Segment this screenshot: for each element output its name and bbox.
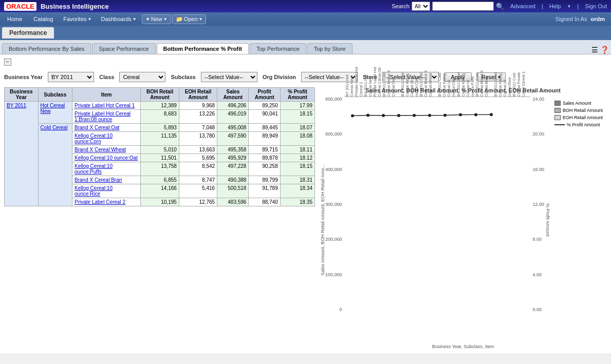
tab-top-by-store[interactable]: Top by Store — [307, 43, 353, 54]
dashboards-chevron: ▼ — [133, 17, 137, 22]
svg-point-8 — [474, 113, 477, 116]
x-label: BY 2011 Cold Cereal Brand X Cereal:Wheat — [419, 66, 437, 97]
dashboards-dropdown[interactable]: Dashboards ▼ — [97, 15, 140, 23]
help-link[interactable]: Help — [549, 3, 561, 9]
item-cell[interactable]: Brand X Cereal:Bran — [72, 176, 141, 184]
subclass-cell[interactable]: Hot Cereal New — [38, 102, 72, 124]
pct-cell: 18.31 — [280, 176, 314, 184]
tab-top-perf[interactable]: Top Performance — [250, 43, 306, 54]
svg-point-0 — [351, 114, 354, 118]
home-link[interactable]: Home — [2, 15, 27, 23]
chart-x-title: Business Year, Subclass, Item — [319, 344, 607, 349]
collapse-button[interactable]: − — [4, 59, 11, 66]
svg-point-3 — [397, 114, 400, 117]
item-cell[interactable]: Brand X Cereal:Oat — [72, 124, 141, 132]
boh-cell: 6,855 — [141, 176, 179, 184]
x-label: BY 2011 Cold Cereal Kellog Cereal:10 oun… — [493, 66, 512, 97]
svg-point-4 — [413, 114, 416, 117]
svg-point-1 — [366, 114, 369, 117]
profit-cell: 89,949 — [249, 132, 280, 146]
col-header-eoh: EOH Retail Amount — [179, 88, 217, 102]
item-cell[interactable]: Private Label Hot Cereal 1 — [72, 102, 141, 110]
table-row: BY 2011Hot Cereal NewPrivate Label Hot C… — [5, 102, 315, 110]
tab-bottom-perf-sales[interactable]: Bottom Performance By Sales — [2, 43, 91, 54]
item-cell[interactable]: Kellog Cereal:10 ounce:Rice — [72, 184, 141, 198]
performance-tab[interactable]: Performance — [2, 27, 54, 39]
profit-cell: 89,799 — [249, 176, 280, 184]
data-table-container: Business Year Subclass Item BOH Retail A… — [4, 87, 315, 349]
y-label-left: Sales Amount, BOH Retail Amount, EOH Ret… — [319, 164, 325, 276]
open-dropdown[interactable]: 📁 Open ▼ — [172, 14, 207, 24]
oracle-logo: ORACLE Business Intelligence — [4, 2, 109, 11]
legend-item-sales: Sales Amount — [554, 101, 603, 106]
business-year-select[interactable]: BY 2011 — [48, 72, 94, 82]
boh-cell: 14,166 — [141, 184, 179, 198]
profit-cell: 89,715 — [249, 146, 280, 154]
y-tick-left: 400,000 — [325, 167, 342, 172]
svg-point-2 — [382, 114, 385, 117]
item-cell[interactable]: Private Label Cereal 2 — [72, 198, 141, 206]
new-dropdown[interactable]: ✦ New ▼ — [142, 14, 171, 24]
y-tick-right: 0.00 — [532, 307, 542, 312]
legend-item-pct: % Profit Amount — [554, 122, 603, 127]
top-right-nav: Search All 🔍 Advanced | Help ▼ | Sign Ou… — [392, 2, 607, 11]
tab-bottom-perf-profit[interactable]: Bottom Performance % Profit — [157, 43, 249, 54]
class-select[interactable]: Cereal — [119, 72, 165, 82]
sales-cell: 483,596 — [217, 198, 249, 206]
subclass-select[interactable]: --Select Value-- — [201, 72, 257, 82]
item-cell[interactable]: Brand X Cereal:Wheat — [72, 146, 141, 154]
tab-space-perf[interactable]: Space Performance — [92, 43, 155, 54]
item-cell[interactable]: Kellog Cereal:10 ounce:Puffs — [72, 162, 141, 176]
search-label: Search — [392, 3, 410, 9]
col-header-profit: Profit Amount — [249, 88, 280, 102]
page-options-icon[interactable]: ☰ — [591, 46, 598, 54]
subclass-cell[interactable]: Cold Cereal — [38, 124, 72, 206]
y-tick-right: 16.00 — [532, 167, 544, 172]
search-input[interactable] — [432, 2, 494, 11]
pct-cell: 18.12 — [280, 154, 314, 162]
boh-cell: 5,893 — [141, 124, 179, 132]
eoh-cell: 9,968 — [179, 102, 217, 110]
tab-row: Bottom Performance By Sales Space Perfor… — [0, 40, 611, 54]
legend-item-boh: BOH Retail Amount — [554, 108, 603, 113]
eoh-cell: 8,747 — [179, 176, 217, 184]
y-tick-left: 0 — [340, 307, 342, 312]
eoh-cell: 13,663 — [179, 146, 217, 154]
x-label: BY 2011 Cold Cereal Kellog Cereal:10 oun… — [456, 66, 475, 97]
help-icon[interactable]: ❓ — [600, 46, 609, 54]
item-cell[interactable]: Kellog Cereal:10 ounce:Oat — [72, 154, 141, 162]
class-label: Class — [99, 74, 114, 80]
eoh-cell: 5,695 — [179, 154, 217, 162]
x-label: BY 2011 Cold Cereal Kellog Cereal:10 oun… — [400, 66, 419, 97]
sales-cell: 490,388 — [217, 176, 249, 184]
profit-cell: 89,878 — [249, 154, 280, 162]
favorites-dropdown[interactable]: Favorites ▼ — [59, 15, 96, 23]
bi-text: Business Intelligence — [41, 3, 109, 10]
x-label: BY 2011 Cold Cereal Kellog Cereal:10 oun… — [437, 66, 456, 97]
sign-out-link[interactable]: Sign Out — [585, 3, 607, 9]
profit-cell: 89,250 — [249, 102, 280, 110]
svg-point-7 — [459, 113, 462, 117]
eoh-cell: 13,780 — [179, 132, 217, 146]
perf-bar: Performance — [0, 26, 611, 40]
top-separator-2: | — [577, 3, 579, 9]
top-separator-1: | — [542, 3, 543, 9]
catalog-link[interactable]: Catalog — [28, 15, 58, 23]
profit-cell: 91,789 — [249, 184, 280, 198]
profit-cell: 90,258 — [249, 162, 280, 176]
search-go-icon[interactable]: 🔍 — [496, 3, 504, 10]
pct-cell: 18.15 — [280, 110, 314, 124]
x-label: BY 2011 Hot Cereal New Private Label Hot… — [345, 66, 363, 97]
sales-cell: 497,590 — [217, 132, 249, 146]
search-scope-select[interactable]: All — [412, 2, 430, 11]
profit-cell: 88,740 — [249, 198, 280, 206]
item-cell[interactable]: Kellog Cereal:10 ounce:Corn — [72, 132, 141, 146]
legend-label-pct: % Profit Amount — [567, 122, 600, 127]
nav-bar: Home Catalog Favorites ▼ Dashboards ▼ ✦ … — [0, 12, 611, 26]
advanced-link[interactable]: Advanced — [510, 3, 535, 9]
year-cell[interactable]: BY 2011 — [5, 102, 39, 206]
help-chevron: ▼ — [567, 4, 571, 9]
boh-cell: 12,389 — [141, 102, 179, 110]
item-cell[interactable]: Private Label Hot Cereal 1:Bran:08 ounce — [72, 110, 141, 124]
col-header-pct: % Profit Amount — [280, 88, 314, 102]
